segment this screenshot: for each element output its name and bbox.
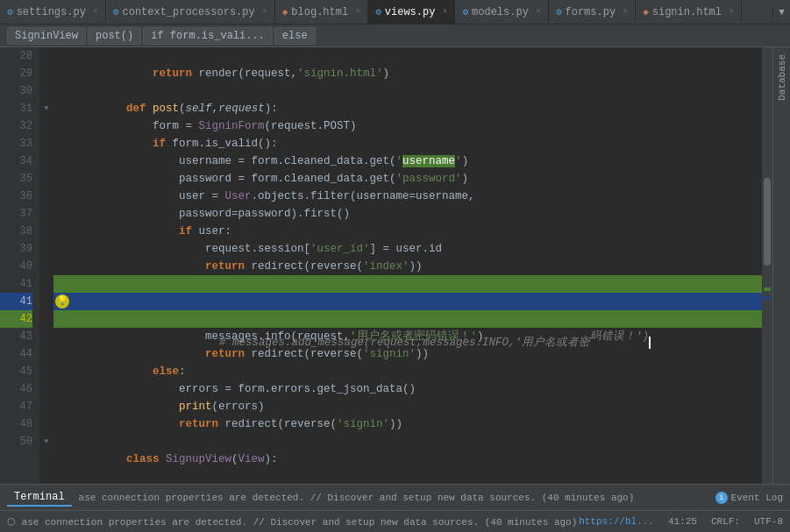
line-num-34: 34 xyxy=(0,153,32,170)
scroll-thumb[interactable] xyxy=(764,178,771,266)
line-num-40: 40 xyxy=(0,258,32,275)
line-num-41b: 41 xyxy=(0,293,32,310)
code-line-29 xyxy=(53,65,762,82)
line-num-29: 29 xyxy=(0,65,32,82)
event-log-label[interactable]: Event Log xyxy=(731,493,783,503)
code-line-30: def post(self,request): xyxy=(53,82,762,100)
terminal-content: ase connection properties are detected. … xyxy=(79,493,708,503)
code-line-39: return redirect(reverse('index')) xyxy=(53,240,762,258)
scroll-indicator[interactable] xyxy=(762,47,772,484)
tab-views[interactable]: ⚙ views.py × xyxy=(368,0,455,25)
tab-overflow[interactable]: ▼ xyxy=(779,7,785,18)
code-line-38: request.session['user_id'] = user.id xyxy=(53,223,762,240)
line-num-39: 39 xyxy=(0,240,32,258)
status-position[interactable]: 41:25 xyxy=(668,516,697,527)
sidebar-database[interactable]: Database xyxy=(775,51,789,104)
tab-blog[interactable]: ◈ blog.html × xyxy=(275,0,368,25)
code-line-33: username = form.cleaned_data.get('userna… xyxy=(53,135,762,153)
code-line-40: else: xyxy=(53,258,762,275)
line-num-46: 46 xyxy=(0,380,32,398)
tab-bar: ⚙ settings.py × ⚙ context_processors.py … xyxy=(0,0,790,25)
tab-forms[interactable]: ⚙ forms.py × xyxy=(549,0,636,25)
line-num-42: 42 xyxy=(0,310,32,328)
code-line-43: return redirect(reverse('signin')) xyxy=(53,328,762,345)
line-num-44: 44 xyxy=(0,345,32,363)
line-num-47: 47 xyxy=(0,398,32,415)
line-num-30: 30 xyxy=(0,82,32,100)
tab-close-blog[interactable]: × xyxy=(355,7,360,17)
line-num-41a: 41 xyxy=(0,275,32,293)
right-sidebar: Database xyxy=(772,47,790,484)
code-line-42: messages.info(request,'用户名或者密码错误！') xyxy=(53,310,762,328)
tab-close-models[interactable]: × xyxy=(536,7,541,17)
breadcrumb-if[interactable]: if form.is_vali... xyxy=(143,27,273,45)
tab-close-context[interactable]: × xyxy=(262,7,267,17)
code-line-47: return redirect(reverse('signin')) xyxy=(53,398,762,415)
code-line-28: return render(request,'signin.html') xyxy=(53,47,762,65)
lightbulb-icon[interactable]: 💡 xyxy=(55,294,69,309)
code-line-46: print(errors) xyxy=(53,380,762,398)
line-num-38: 38 xyxy=(0,223,32,240)
code-line-37: if user: xyxy=(53,205,762,223)
tab-settings[interactable]: ⚙ settings.py × xyxy=(0,0,106,25)
breadcrumb-bar: SigninView post() if form.is_vali... els… xyxy=(0,25,790,47)
status-message: ⬡ ase connection properties are detected… xyxy=(7,516,577,528)
line-numbers: 28 29 30 31 32 33 34 35 36 37 38 39 40 4… xyxy=(0,47,39,484)
breadcrumb-else[interactable]: else xyxy=(274,27,316,45)
code-line-45: errors = form.errors.get_json_data() xyxy=(53,363,762,380)
line-num-28: 28 xyxy=(0,47,32,65)
scroll-marker-blue xyxy=(764,296,771,300)
line-num-31: 31 xyxy=(0,100,32,117)
tab-context[interactable]: ⚙ context_processors.py × xyxy=(106,0,275,25)
terminal-tab[interactable]: Terminal xyxy=(7,489,72,507)
breadcrumb-signinview[interactable]: SigninView xyxy=(7,27,86,45)
line-num-35: 35 xyxy=(0,170,32,188)
line-num-45: 45 xyxy=(0,363,32,380)
code-line-35: user = User.objects.filter(username=user… xyxy=(53,170,762,188)
code-line-44: else: xyxy=(53,345,762,363)
bottom-panel: Terminal ase connection properties are d… xyxy=(0,484,790,510)
code-area[interactable]: return render(request,'signin.html') def… xyxy=(53,47,762,484)
code-line-50: class SignupView(View): xyxy=(53,433,762,450)
event-log-button[interactable]: i Event Log xyxy=(715,492,783,504)
line-num-33: 33 xyxy=(0,135,32,153)
status-right: https://bl... 41:25 CRLF: UTF-8 xyxy=(579,516,783,527)
code-line-48 xyxy=(53,415,762,433)
tab-close-signin[interactable]: × xyxy=(729,7,734,17)
status-line-sep[interactable]: CRLF: xyxy=(711,516,740,527)
tab-close-settings[interactable]: × xyxy=(93,7,98,17)
line-num-43: 43 xyxy=(0,328,32,345)
folding-gutter: ▼ ▼ xyxy=(39,47,53,484)
line-num-32: 32 xyxy=(0,117,32,135)
editor-container: 28 29 30 31 32 33 34 35 36 37 38 39 40 4… xyxy=(0,47,790,484)
status-url: https://bl... xyxy=(579,516,654,527)
code-line-41-print: print('用户名或者密码错误！') xyxy=(53,275,762,293)
line-num-48: 48 xyxy=(0,415,32,433)
network-icon: ⬡ xyxy=(7,517,16,528)
tab-signin[interactable]: ◈ signin.html × xyxy=(636,0,742,25)
tab-models[interactable]: ⚙ models.py × xyxy=(455,0,548,25)
status-left: ⬡ ase connection properties are detected… xyxy=(7,516,577,528)
line-num-36: 36 xyxy=(0,188,32,205)
line-num-50: 50 xyxy=(0,433,32,450)
code-line-32: if form.is_valid(): xyxy=(53,117,762,135)
code-line-34: password = form.cleaned_data.get('passwo… xyxy=(53,153,762,170)
code-line-36: password=password).first() xyxy=(53,188,762,205)
info-icon: i xyxy=(715,492,728,504)
line-num-37: 37 xyxy=(0,205,32,223)
tab-close-views[interactable]: × xyxy=(442,7,447,17)
code-line-41-comment: 💡 # messages.add_message(request,message… xyxy=(53,293,762,310)
code-line-31: form = SigninForm(request.POST) xyxy=(53,100,762,117)
scroll-marker-green xyxy=(764,287,771,291)
status-bar: ⬡ ase connection properties are detected… xyxy=(0,510,790,532)
tab-close-forms[interactable]: × xyxy=(623,7,628,17)
breadcrumb-post[interactable]: post() xyxy=(88,27,141,45)
status-encoding[interactable]: UTF-8 xyxy=(754,516,783,527)
